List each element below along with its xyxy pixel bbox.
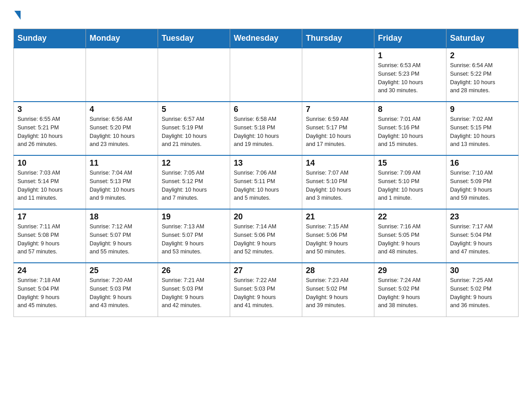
day-number: 10: [17, 158, 82, 168]
calendar-cell: 21Sunrise: 7:15 AMSunset: 5:06 PMDayligh…: [302, 209, 374, 263]
day-info: Sunrise: 6:54 AMSunset: 5:22 PMDaylight:…: [450, 61, 515, 95]
calendar-week-row: 24Sunrise: 7:18 AMSunset: 5:04 PMDayligh…: [14, 263, 519, 317]
calendar-cell: [302, 48, 374, 102]
day-number: 17: [17, 212, 82, 222]
page-header: [13, 9, 519, 20]
day-number: 14: [306, 158, 370, 168]
day-info: Sunrise: 6:56 AMSunset: 5:20 PMDaylight:…: [90, 115, 154, 149]
calendar-cell: 5Sunrise: 6:57 AMSunset: 5:19 PMDaylight…: [158, 102, 230, 155]
weekday-header-thursday: Thursday: [302, 29, 374, 48]
day-number: 1: [378, 51, 442, 60]
logo-arrow-icon: [14, 11, 21, 20]
day-number: 19: [162, 212, 226, 222]
calendar-cell: 16Sunrise: 7:10 AMSunset: 5:09 PMDayligh…: [446, 155, 519, 209]
weekday-header-friday: Friday: [374, 29, 446, 48]
calendar-cell: 29Sunrise: 7:24 AMSunset: 5:02 PMDayligh…: [374, 263, 446, 317]
day-number: 23: [450, 212, 515, 222]
day-info: Sunrise: 7:14 AMSunset: 5:06 PMDaylight:…: [234, 223, 298, 256]
day-info: Sunrise: 6:53 AMSunset: 5:23 PMDaylight:…: [378, 61, 442, 95]
day-number: 25: [90, 266, 154, 275]
calendar-cell: 26Sunrise: 7:21 AMSunset: 5:03 PMDayligh…: [158, 263, 230, 317]
calendar-cell: 24Sunrise: 7:18 AMSunset: 5:04 PMDayligh…: [14, 263, 86, 317]
day-info: Sunrise: 7:10 AMSunset: 5:09 PMDaylight:…: [450, 169, 515, 202]
day-info: Sunrise: 7:01 AMSunset: 5:16 PMDaylight:…: [378, 115, 442, 149]
calendar-cell: 28Sunrise: 7:23 AMSunset: 5:02 PMDayligh…: [302, 263, 374, 317]
day-info: Sunrise: 6:59 AMSunset: 5:17 PMDaylight:…: [306, 115, 370, 149]
calendar-cell: 23Sunrise: 7:17 AMSunset: 5:04 PMDayligh…: [446, 209, 519, 263]
day-number: 7: [306, 105, 370, 114]
day-number: 22: [378, 212, 442, 222]
calendar-cell: 12Sunrise: 7:05 AMSunset: 5:12 PMDayligh…: [158, 155, 230, 209]
day-number: 27: [234, 266, 298, 275]
day-info: Sunrise: 6:57 AMSunset: 5:19 PMDaylight:…: [162, 115, 226, 149]
day-number: 29: [378, 266, 442, 275]
day-info: Sunrise: 7:16 AMSunset: 5:05 PMDaylight:…: [378, 223, 442, 256]
calendar-cell: 14Sunrise: 7:07 AMSunset: 5:10 PMDayligh…: [302, 155, 374, 209]
calendar-cell: 8Sunrise: 7:01 AMSunset: 5:16 PMDaylight…: [374, 102, 446, 155]
day-number: 4: [90, 105, 154, 114]
calendar-table: SundayMondayTuesdayWednesdayThursdayFrid…: [13, 29, 519, 317]
day-info: Sunrise: 7:07 AMSunset: 5:10 PMDaylight:…: [306, 169, 370, 202]
day-info: Sunrise: 7:24 AMSunset: 5:02 PMDaylight:…: [378, 276, 442, 310]
calendar-cell: 20Sunrise: 7:14 AMSunset: 5:06 PMDayligh…: [230, 209, 302, 263]
day-number: 5: [162, 105, 226, 114]
calendar-cell: 11Sunrise: 7:04 AMSunset: 5:13 PMDayligh…: [86, 155, 158, 209]
day-number: 3: [17, 105, 82, 114]
calendar-cell: 30Sunrise: 7:25 AMSunset: 5:02 PMDayligh…: [446, 263, 519, 317]
day-info: Sunrise: 7:05 AMSunset: 5:12 PMDaylight:…: [162, 169, 226, 202]
logo: [13, 9, 21, 20]
day-info: Sunrise: 7:18 AMSunset: 5:04 PMDaylight:…: [17, 276, 82, 310]
day-info: Sunrise: 7:15 AMSunset: 5:06 PMDaylight:…: [306, 223, 370, 256]
day-info: Sunrise: 6:55 AMSunset: 5:21 PMDaylight:…: [17, 115, 82, 149]
calendar-week-row: 3Sunrise: 6:55 AMSunset: 5:21 PMDaylight…: [14, 102, 519, 155]
calendar-cell: 27Sunrise: 7:22 AMSunset: 5:03 PMDayligh…: [230, 263, 302, 317]
day-info: Sunrise: 7:12 AMSunset: 5:07 PMDaylight:…: [90, 223, 154, 256]
calendar-cell: 3Sunrise: 6:55 AMSunset: 5:21 PMDaylight…: [14, 102, 86, 155]
day-number: 20: [234, 212, 298, 222]
day-number: 30: [450, 266, 515, 275]
weekday-header-monday: Monday: [86, 29, 158, 48]
day-number: 26: [162, 266, 226, 275]
day-number: 8: [378, 105, 442, 114]
calendar-week-row: 10Sunrise: 7:03 AMSunset: 5:14 PMDayligh…: [14, 155, 519, 209]
calendar-cell: 13Sunrise: 7:06 AMSunset: 5:11 PMDayligh…: [230, 155, 302, 209]
weekday-header-wednesday: Wednesday: [230, 29, 302, 48]
day-info: Sunrise: 7:04 AMSunset: 5:13 PMDaylight:…: [90, 169, 154, 202]
day-number: 15: [378, 158, 442, 168]
calendar-cell: [158, 48, 230, 102]
day-number: 16: [450, 158, 515, 168]
calendar-week-row: 1Sunrise: 6:53 AMSunset: 5:23 PMDaylight…: [14, 48, 519, 102]
day-number: 13: [234, 158, 298, 168]
day-info: Sunrise: 7:03 AMSunset: 5:14 PMDaylight:…: [17, 169, 82, 202]
day-number: 12: [162, 158, 226, 168]
calendar-cell: 10Sunrise: 7:03 AMSunset: 5:14 PMDayligh…: [14, 155, 86, 209]
day-info: Sunrise: 7:02 AMSunset: 5:15 PMDaylight:…: [450, 115, 515, 149]
day-number: 28: [306, 266, 370, 275]
calendar-cell: 25Sunrise: 7:20 AMSunset: 5:03 PMDayligh…: [86, 263, 158, 317]
day-info: Sunrise: 7:06 AMSunset: 5:11 PMDaylight:…: [234, 169, 298, 202]
calendar-cell: 15Sunrise: 7:09 AMSunset: 5:10 PMDayligh…: [374, 155, 446, 209]
calendar-cell: 19Sunrise: 7:13 AMSunset: 5:07 PMDayligh…: [158, 209, 230, 263]
calendar-cell: 17Sunrise: 7:11 AMSunset: 5:08 PMDayligh…: [14, 209, 86, 263]
day-number: 11: [90, 158, 154, 168]
calendar-cell: 2Sunrise: 6:54 AMSunset: 5:22 PMDaylight…: [446, 48, 519, 102]
day-info: Sunrise: 6:58 AMSunset: 5:18 PMDaylight:…: [234, 115, 298, 149]
weekday-header-tuesday: Tuesday: [158, 29, 230, 48]
weekday-header-sunday: Sunday: [14, 29, 86, 48]
day-number: 24: [17, 266, 82, 275]
day-info: Sunrise: 7:23 AMSunset: 5:02 PMDaylight:…: [306, 276, 370, 310]
weekday-header-saturday: Saturday: [446, 29, 519, 48]
calendar-cell: [230, 48, 302, 102]
calendar-cell: 4Sunrise: 6:56 AMSunset: 5:20 PMDaylight…: [86, 102, 158, 155]
calendar-cell: 1Sunrise: 6:53 AMSunset: 5:23 PMDaylight…: [374, 48, 446, 102]
calendar-week-row: 17Sunrise: 7:11 AMSunset: 5:08 PMDayligh…: [14, 209, 519, 263]
calendar-cell: 9Sunrise: 7:02 AMSunset: 5:15 PMDaylight…: [446, 102, 519, 155]
day-info: Sunrise: 7:22 AMSunset: 5:03 PMDaylight:…: [234, 276, 298, 310]
day-number: 2: [450, 51, 515, 60]
calendar-cell: [86, 48, 158, 102]
calendar-header: SundayMondayTuesdayWednesdayThursdayFrid…: [14, 29, 519, 48]
calendar-cell: 18Sunrise: 7:12 AMSunset: 5:07 PMDayligh…: [86, 209, 158, 263]
calendar-cell: 7Sunrise: 6:59 AMSunset: 5:17 PMDaylight…: [302, 102, 374, 155]
day-number: 9: [450, 105, 515, 114]
day-info: Sunrise: 7:13 AMSunset: 5:07 PMDaylight:…: [162, 223, 226, 256]
